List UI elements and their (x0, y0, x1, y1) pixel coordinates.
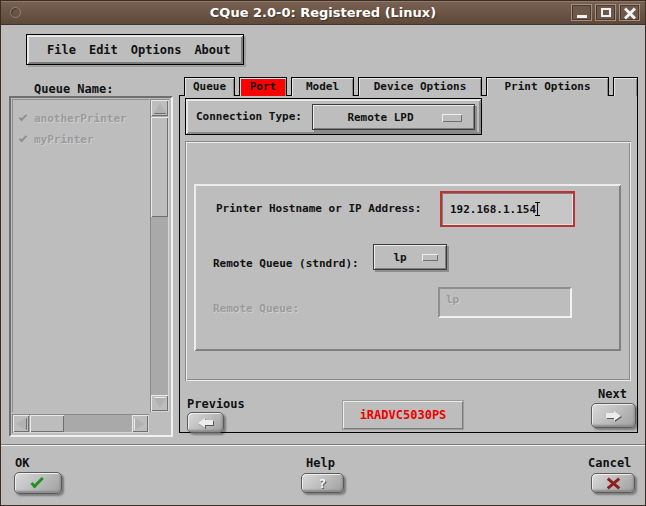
cancel-label: Cancel (588, 456, 631, 470)
text-cursor (537, 202, 538, 216)
list-item[interactable]: anotherPrinter (19, 108, 149, 129)
remote-queue-std-dropdown[interactable]: lp (373, 244, 447, 270)
model-name-frame: iRADVC5030PS (343, 401, 463, 429)
queue-item-label: anotherPrinter (34, 112, 127, 125)
x-icon (606, 477, 621, 490)
ok-label: OK (15, 456, 29, 470)
up-arrow-icon (154, 103, 166, 113)
cancel-button[interactable] (591, 473, 635, 493)
queue-list-viewport: anotherPrinter myPrinter (12, 99, 149, 412)
menu-about[interactable]: About (194, 43, 230, 57)
right-arrow-icon (606, 411, 621, 421)
remote-queue-input-disabled: lp (438, 287, 572, 318)
option-menu-indicator-icon (422, 254, 438, 261)
tab-queue[interactable]: Queue (184, 77, 235, 96)
window-title: CQue 2.0-0: Registered (Linux) (210, 5, 436, 20)
maximize-button[interactable] (595, 4, 616, 21)
horizontal-scrollbar-thumb[interactable] (30, 415, 64, 432)
list-item[interactable]: myPrinter (19, 129, 149, 150)
maximize-icon (601, 8, 611, 17)
footer-separator (1, 444, 645, 446)
horizontal-scrollbar[interactable] (12, 414, 149, 433)
tab-model[interactable]: Model (291, 77, 354, 96)
tab-port[interactable]: Port (239, 77, 287, 96)
checkmark-icon (19, 134, 27, 142)
window-menu-icon[interactable] (10, 7, 21, 18)
previous-button[interactable] (187, 412, 224, 433)
next-label: Next (598, 387, 627, 401)
help-label: Help (306, 456, 335, 470)
tab-print-options[interactable]: Print Options (486, 77, 609, 96)
left-arrow-icon (16, 418, 26, 430)
queue-item-label: myPrinter (34, 133, 94, 146)
close-icon (624, 7, 636, 19)
remote-queue-std-value: lp (393, 251, 406, 264)
hostname-input[interactable]: 192.168.1.154 (440, 191, 575, 227)
minimize-icon (577, 15, 587, 18)
right-arrow-icon (135, 418, 145, 430)
scroll-left-button[interactable] (13, 415, 29, 432)
previous-label: Previous (187, 397, 245, 411)
next-button[interactable] (591, 403, 636, 428)
model-name: iRADVC5030PS (360, 408, 447, 422)
menu-bar: File Edit Options About (26, 34, 244, 65)
connection-type-group: Connection Type: Remote LPD (185, 98, 482, 135)
minimize-button[interactable] (571, 4, 592, 21)
hostname-value: 192.168.1.154 (450, 203, 536, 216)
vertical-scrollbar[interactable] (150, 99, 169, 412)
remote-queue-std-label: Remote Queue (stndrd): (213, 257, 359, 270)
menu-file[interactable]: File (47, 43, 76, 57)
scroll-up-button[interactable] (151, 100, 168, 116)
down-arrow-icon (154, 398, 166, 408)
connection-type-label: Connection Type: (196, 110, 302, 123)
check-icon (30, 475, 43, 488)
left-arrow-icon (198, 418, 213, 428)
connection-type-value: Remote LPD (347, 111, 413, 124)
help-button[interactable]: ? (301, 473, 344, 493)
cque-window: CQue 2.0-0: Registered (Linux) File Edit… (0, 0, 646, 506)
menu-edit[interactable]: Edit (89, 43, 118, 57)
vertical-scrollbar-thumb[interactable] (151, 117, 168, 217)
close-button[interactable] (619, 4, 640, 21)
tab-device-options[interactable]: Device Options (358, 77, 482, 96)
connection-type-dropdown[interactable]: Remote LPD (312, 104, 475, 130)
remote-queue-label: Remote Queue: (213, 302, 299, 315)
question-mark-icon: ? (319, 476, 327, 491)
tab-stub (613, 77, 638, 96)
menu-options[interactable]: Options (131, 43, 182, 57)
title-bar: CQue 2.0-0: Registered (Linux) (1, 1, 645, 25)
ok-button[interactable] (14, 472, 62, 494)
queue-list: anotherPrinter myPrinter (9, 96, 173, 437)
scroll-right-button[interactable] (132, 415, 148, 432)
option-menu-indicator-icon (442, 114, 462, 122)
hostname-label: Printer Hostname or IP Address: (216, 202, 421, 215)
scroll-down-button[interactable] (151, 395, 168, 411)
checkmark-icon (19, 113, 27, 121)
queue-name-label: Queue Name: (34, 82, 113, 96)
